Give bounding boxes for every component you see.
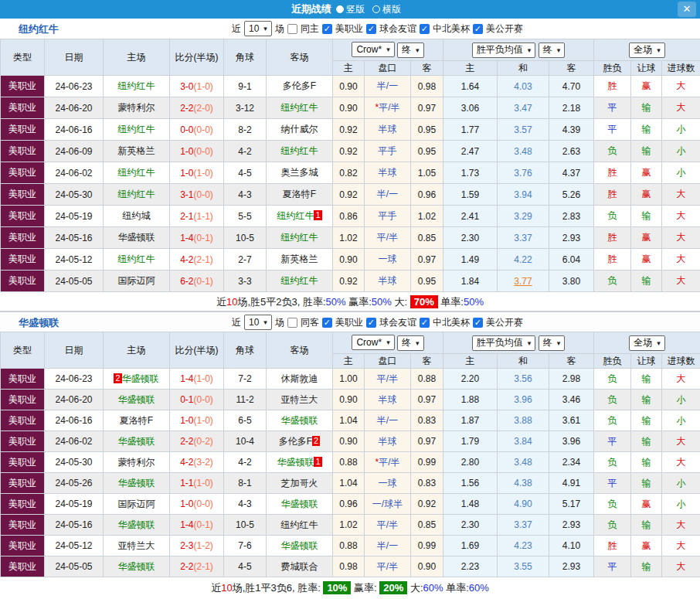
- league-checkbox[interactable]: ✓: [473, 24, 483, 34]
- corners-cell: 4-2: [224, 141, 267, 162]
- away-team-cell: 纽约红牛: [267, 271, 333, 292]
- chevron-down-icon: ▾: [528, 339, 532, 347]
- league-checkbox[interactable]: ✓: [366, 318, 376, 328]
- fulltime-score: 0-0: [180, 124, 193, 135]
- column-header: 客场: [267, 39, 333, 76]
- close-button[interactable]: ✕: [678, 2, 696, 17]
- table-row: 美职业24-05-19纽约城2-1(1-1)5-5纽约红牛10.86平手1.02…: [1, 206, 700, 227]
- result-goals-cell: 大: [662, 515, 700, 536]
- score-cell: 1-0(1-0): [170, 410, 224, 431]
- date-cell: 24-05-05: [45, 556, 104, 577]
- fulltime-score: 1-1: [180, 478, 193, 488]
- asian-home-odds-cell: 1.02: [333, 515, 365, 536]
- league-checkbox[interactable]: ✓: [366, 24, 376, 34]
- odds-company-header: Crow*▾ 终▾: [333, 39, 443, 61]
- summary-segment: 场,胜1平3负6, 胜率:: [233, 582, 324, 594]
- avg-away-odds-cell: 4.91: [549, 473, 594, 494]
- league-cell: 美职业: [1, 390, 45, 410]
- avg-odds-select[interactable]: 胜平负均值▾: [472, 335, 536, 351]
- home-team-cell: 纽约红牛: [104, 76, 170, 97]
- scope-select[interactable]: 全场▾: [629, 43, 665, 58]
- avg-home-odds-cell: 1.48: [443, 494, 498, 515]
- avg-away-odds-cell: 3.96: [549, 431, 594, 452]
- avg-away-odds-cell: 3.61: [549, 410, 594, 431]
- avg-odds-select-value: 胜平负均值: [477, 43, 523, 56]
- result-wdl-cell: 负: [594, 452, 631, 473]
- sub-column-header: 主: [443, 354, 498, 369]
- league-filter-label: 美职业: [335, 22, 363, 36]
- score-cell: 1-4(0-1): [170, 515, 224, 536]
- result-goals-cell: 大: [662, 452, 700, 473]
- avg-odds-select[interactable]: 胜平负均值▾: [472, 43, 536, 58]
- scope-select[interactable]: 全场▾: [629, 335, 665, 351]
- halftime-score: (0-0): [194, 189, 213, 200]
- same-venue-checkbox[interactable]: [287, 24, 297, 34]
- league-checkbox[interactable]: ✓: [322, 24, 332, 34]
- same-venue-label: 同客: [301, 316, 319, 329]
- avg-home-odds-cell: 2.23: [443, 556, 498, 577]
- league-cell: 美职业: [1, 162, 45, 184]
- final-avg-select[interactable]: 终▾: [539, 43, 566, 58]
- result-wdl-cell: 胜: [594, 76, 631, 97]
- match-count-select[interactable]: 10▾: [244, 315, 272, 330]
- home-team-cell: 2华盛顿联: [104, 369, 170, 390]
- result-wdl-cell: 胜: [594, 536, 631, 556]
- asian-line-cell: 平/半: [365, 515, 411, 536]
- asian-line-cell: 平手: [365, 141, 411, 162]
- avg-draw-odds-cell: 3.29: [498, 206, 549, 227]
- team-label: 纽约红牛: [118, 189, 155, 199]
- league-filter-label: 美公开赛: [486, 316, 523, 329]
- avg-away-odds-cell: 5.17: [549, 494, 594, 515]
- corners-cell: 10-5: [224, 227, 267, 249]
- asian-line-cell: 半/一: [365, 76, 411, 97]
- same-venue-checkbox[interactable]: [287, 318, 297, 328]
- table-row: 美职业24-06-02华盛顿联2-2(0-2)10-4多伦多F20.90半球0.…: [1, 431, 700, 452]
- avg-odds-select-value: 胜平负均值: [477, 336, 523, 349]
- red-card-badge: 1: [314, 457, 321, 467]
- team-label: 蒙特利尔: [118, 102, 155, 113]
- radio-vertical[interactable]: 竖版: [336, 3, 365, 16]
- avg-draw-value[interactable]: 3.77: [514, 276, 532, 287]
- avg-away-odds-cell: 4.39: [549, 119, 594, 141]
- result-goals-cell: 大: [662, 206, 700, 227]
- league-checkbox[interactable]: ✓: [473, 318, 483, 328]
- asian-line-label: 半球: [379, 167, 397, 178]
- team-label: 纽约红牛: [118, 167, 155, 178]
- final-odds-select[interactable]: 终▾: [397, 43, 424, 58]
- league-checkbox[interactable]: ✓: [420, 24, 430, 34]
- team-label: 纽约红牛: [281, 102, 318, 113]
- odds-company-select[interactable]: Crow*▾: [352, 42, 394, 57]
- chevron-down-icon: ▾: [416, 339, 420, 347]
- avg-odds-header: 胜平负均值▾ 终▾: [443, 39, 594, 61]
- league-checkbox[interactable]: ✓: [322, 318, 332, 328]
- filter-suffix-label: 场: [275, 22, 284, 36]
- match-count-select[interactable]: 10▾: [244, 21, 272, 36]
- league-checkbox[interactable]: ✓: [420, 318, 430, 328]
- sub-column-header: 主: [443, 61, 498, 76]
- asian-home-odds-cell: 0.90: [333, 76, 365, 97]
- chevron-down-icon: ▾: [386, 46, 390, 53]
- result-handicap-cell: 输: [631, 431, 662, 452]
- score-cell: 1-0(0-0): [170, 141, 224, 162]
- summary-segment: 50%: [372, 296, 392, 308]
- away-team-cell: 亚特兰大: [267, 390, 333, 410]
- avg-away-odds-cell: 3.46: [549, 390, 594, 410]
- fulltime-score: 2-2: [180, 436, 193, 447]
- result-goals-cell: 小: [662, 119, 700, 141]
- final-odds-select[interactable]: 终▾: [397, 335, 424, 351]
- summary-segment: 50%: [464, 296, 484, 308]
- league-cell: 美职业: [1, 515, 45, 536]
- result-wdl-cell: 胜: [594, 162, 631, 184]
- away-team-cell: 芝加哥火: [267, 473, 333, 494]
- avg-home-odds-cell: 1.88: [443, 390, 498, 410]
- league-cell: 美职业: [1, 249, 45, 271]
- table-row: 美职业24-06-20蒙特利尔2-2(2-0)3-12纽约红牛0.90*平/半0…: [1, 97, 700, 119]
- asian-home-odds-cell: 0.92: [333, 184, 365, 206]
- final-avg-select[interactable]: 终▾: [539, 335, 566, 351]
- summary-segment: 10: [226, 296, 237, 308]
- radio-horizontal[interactable]: 横版: [372, 3, 401, 16]
- avg-home-odds-cell: 1.69: [443, 536, 498, 556]
- score-cell: 1-0(0-0): [170, 494, 224, 515]
- asian-line-label: 半/一: [377, 189, 398, 199]
- odds-company-select[interactable]: Crow*▾: [352, 335, 394, 350]
